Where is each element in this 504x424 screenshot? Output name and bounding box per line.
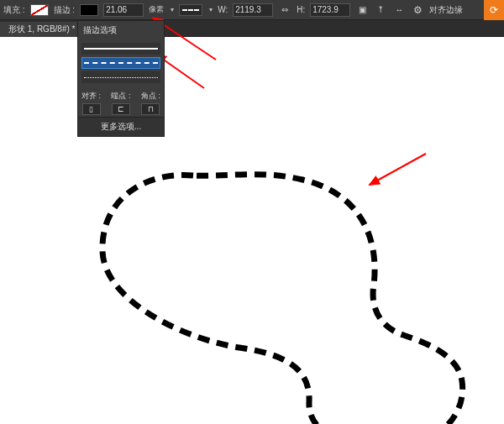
canvas[interactable]: [0, 37, 504, 424]
document-tab-label: 形状 1, RGB/8#) *: [8, 24, 75, 35]
stroke-options-title: 描边选项: [78, 21, 164, 39]
stroke-style-dotted[interactable]: [81, 71, 160, 83]
stroke-options-panel: 描边选项 对齐 : ▯ 端点 : ⊏ 角点 : ⊓ 更多选项...: [77, 20, 165, 137]
stroke-swatch[interactable]: [80, 4, 98, 16]
height-input[interactable]: [310, 3, 350, 17]
stroke-corners-label: 角点 :: [141, 91, 160, 102]
stroke-width-dropdown-icon[interactable]: ▾: [171, 6, 174, 13]
more-options-button[interactable]: 更多选项...: [78, 117, 164, 136]
stroke-options-controls: 对齐 : ▯ 端点 : ⊏ 角点 : ⊓: [78, 89, 164, 117]
gear-icon[interactable]: ⚙: [411, 3, 424, 17]
stroke-align-label: 对齐 :: [81, 91, 101, 102]
stroke-align-button[interactable]: ▯: [82, 103, 101, 115]
height-label: H:: [297, 5, 305, 14]
stroke-style-dashed[interactable]: [81, 57, 160, 69]
stroke-style-dropdown-icon[interactable]: ▾: [209, 6, 213, 13]
align-edges-label[interactable]: 对齐边缘: [429, 4, 463, 16]
stroke-style-button[interactable]: [179, 4, 202, 16]
fill-label: 填充 :: [3, 4, 25, 16]
document-tab-bar: 形状 1, RGB/8#) * ×: [0, 20, 504, 37]
arrange-icon[interactable]: ↔: [392, 3, 406, 17]
stroke-caps-label: 端点 :: [111, 91, 130, 102]
overlay-toggle-icon[interactable]: ⟳: [484, 0, 504, 20]
path-ops-icon[interactable]: ▣: [355, 3, 369, 17]
options-toolbar: 填充 : 描边 : 像素 ▾ ▾ W: ⇔ H: ▣ ⤒ ↔ ⚙ 对齐边缘 ⟳: [0, 0, 504, 20]
link-wh-icon[interactable]: ⇔: [278, 3, 291, 17]
stroke-label: 描边 :: [54, 4, 76, 16]
dashed-shape[interactable]: [92, 159, 479, 424]
stroke-width-input[interactable]: [103, 3, 144, 17]
stroke-style-solid[interactable]: [81, 43, 160, 55]
width-input[interactable]: [233, 3, 273, 17]
stroke-caps-button[interactable]: ⊏: [112, 103, 130, 115]
stroke-style-list: [78, 39, 164, 89]
stroke-corners-button[interactable]: ⊓: [141, 103, 160, 115]
width-label: W:: [218, 5, 228, 14]
align-icon[interactable]: ⤒: [374, 3, 387, 17]
fill-swatch[interactable]: [30, 4, 49, 16]
stroke-unit: 像素: [149, 4, 164, 15]
